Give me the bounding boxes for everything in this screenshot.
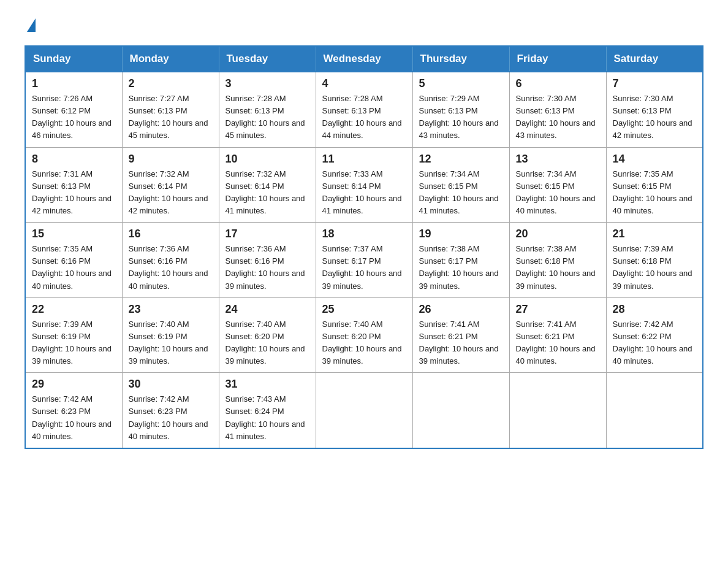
calendar-day-cell: 10 Sunrise: 7:32 AM Sunset: 6:14 PM Dayl…	[219, 147, 316, 223]
calendar-week-row: 29 Sunrise: 7:42 AM Sunset: 6:23 PM Dayl…	[25, 373, 703, 448]
day-info: Sunrise: 7:42 AM Sunset: 6:22 PM Dayligh…	[613, 318, 697, 368]
calendar-day-cell: 13 Sunrise: 7:34 AM Sunset: 6:15 PM Dayl…	[509, 147, 606, 223]
day-number: 26	[419, 303, 503, 316]
day-number: 11	[322, 153, 406, 166]
day-info: Sunrise: 7:36 AM Sunset: 6:16 PM Dayligh…	[226, 243, 309, 293]
calendar-day-cell: 5 Sunrise: 7:29 AM Sunset: 6:13 PM Dayli…	[412, 72, 509, 147]
calendar-day-cell: 19 Sunrise: 7:38 AM Sunset: 6:17 PM Dayl…	[412, 223, 509, 298]
weekday-header-tuesday: Tuesday	[219, 46, 316, 72]
day-number: 13	[516, 153, 600, 166]
day-number: 23	[129, 303, 213, 316]
day-number: 25	[322, 303, 406, 316]
calendar-day-cell: 22 Sunrise: 7:39 AM Sunset: 6:19 PM Dayl…	[25, 297, 122, 373]
calendar-day-cell: 16 Sunrise: 7:36 AM Sunset: 6:16 PM Dayl…	[122, 223, 219, 298]
day-info: Sunrise: 7:27 AM Sunset: 6:13 PM Dayligh…	[129, 93, 213, 142]
calendar-header-row: SundayMondayTuesdayWednesdayThursdayFrid…	[25, 46, 703, 72]
day-number: 27	[516, 303, 600, 316]
day-info: Sunrise: 7:30 AM Sunset: 6:13 PM Dayligh…	[613, 93, 697, 142]
day-number: 3	[226, 77, 309, 90]
calendar-day-cell: 14 Sunrise: 7:35 AM Sunset: 6:15 PM Dayl…	[606, 147, 703, 223]
calendar-day-cell: 30 Sunrise: 7:42 AM Sunset: 6:23 PM Dayl…	[122, 373, 219, 448]
calendar-day-cell: 2 Sunrise: 7:27 AM Sunset: 6:13 PM Dayli…	[122, 72, 219, 147]
day-number: 28	[613, 303, 697, 316]
calendar-day-cell: 9 Sunrise: 7:32 AM Sunset: 6:14 PM Dayli…	[122, 147, 219, 223]
day-number: 10	[226, 153, 309, 166]
weekday-header-saturday: Saturday	[606, 46, 703, 72]
day-info: Sunrise: 7:33 AM Sunset: 6:14 PM Dayligh…	[322, 168, 406, 218]
weekday-header-monday: Monday	[122, 46, 219, 72]
day-number: 18	[322, 228, 406, 240]
day-info: Sunrise: 7:38 AM Sunset: 6:17 PM Dayligh…	[419, 243, 503, 293]
day-number: 8	[32, 153, 116, 166]
day-number: 2	[129, 77, 213, 90]
day-info: Sunrise: 7:28 AM Sunset: 6:13 PM Dayligh…	[226, 93, 309, 142]
day-number: 19	[419, 228, 503, 240]
calendar-day-cell: 12 Sunrise: 7:34 AM Sunset: 6:15 PM Dayl…	[412, 147, 509, 223]
calendar-week-row: 8 Sunrise: 7:31 AM Sunset: 6:13 PM Dayli…	[25, 147, 703, 223]
calendar-table: SundayMondayTuesdayWednesdayThursdayFrid…	[25, 45, 703, 449]
day-info: Sunrise: 7:34 AM Sunset: 6:15 PM Dayligh…	[419, 168, 503, 218]
day-info: Sunrise: 7:31 AM Sunset: 6:13 PM Dayligh…	[32, 168, 116, 218]
day-info: Sunrise: 7:32 AM Sunset: 6:14 PM Dayligh…	[129, 168, 213, 218]
day-info: Sunrise: 7:41 AM Sunset: 6:21 PM Dayligh…	[516, 318, 600, 368]
calendar-day-cell: 11 Sunrise: 7:33 AM Sunset: 6:14 PM Dayl…	[316, 147, 412, 223]
day-number: 7	[613, 77, 697, 90]
calendar-day-cell	[606, 373, 703, 448]
weekday-header-wednesday: Wednesday	[316, 46, 412, 72]
calendar-day-cell: 3 Sunrise: 7:28 AM Sunset: 6:13 PM Dayli…	[219, 72, 316, 147]
calendar-day-cell: 6 Sunrise: 7:30 AM Sunset: 6:13 PM Dayli…	[509, 72, 606, 147]
calendar-day-cell: 20 Sunrise: 7:38 AM Sunset: 6:18 PM Dayl…	[509, 223, 606, 298]
day-info: Sunrise: 7:29 AM Sunset: 6:13 PM Dayligh…	[419, 93, 503, 142]
calendar-day-cell: 17 Sunrise: 7:36 AM Sunset: 6:16 PM Dayl…	[219, 223, 316, 298]
day-number: 16	[129, 228, 213, 240]
calendar-week-row: 1 Sunrise: 7:26 AM Sunset: 6:12 PM Dayli…	[25, 72, 703, 147]
calendar-day-cell: 24 Sunrise: 7:40 AM Sunset: 6:20 PM Dayl…	[219, 297, 316, 373]
day-info: Sunrise: 7:32 AM Sunset: 6:14 PM Dayligh…	[226, 168, 309, 218]
day-number: 1	[32, 77, 116, 90]
day-number: 24	[226, 303, 309, 316]
calendar-week-row: 22 Sunrise: 7:39 AM Sunset: 6:19 PM Dayl…	[25, 297, 703, 373]
day-number: 9	[129, 153, 213, 166]
day-info: Sunrise: 7:42 AM Sunset: 6:23 PM Dayligh…	[32, 393, 116, 443]
calendar-day-cell: 27 Sunrise: 7:41 AM Sunset: 6:21 PM Dayl…	[509, 297, 606, 373]
calendar-day-cell: 23 Sunrise: 7:40 AM Sunset: 6:19 PM Dayl…	[122, 297, 219, 373]
weekday-header-thursday: Thursday	[412, 46, 509, 72]
day-info: Sunrise: 7:37 AM Sunset: 6:17 PM Dayligh…	[322, 243, 406, 293]
day-info: Sunrise: 7:34 AM Sunset: 6:15 PM Dayligh…	[516, 168, 600, 218]
weekday-header-friday: Friday	[509, 46, 606, 72]
day-info: Sunrise: 7:38 AM Sunset: 6:18 PM Dayligh…	[516, 243, 600, 293]
day-number: 20	[516, 228, 600, 240]
day-info: Sunrise: 7:35 AM Sunset: 6:15 PM Dayligh…	[613, 168, 697, 218]
calendar-day-cell: 29 Sunrise: 7:42 AM Sunset: 6:23 PM Dayl…	[25, 373, 122, 448]
calendar-day-cell: 26 Sunrise: 7:41 AM Sunset: 6:21 PM Dayl…	[412, 297, 509, 373]
day-number: 15	[32, 228, 116, 240]
day-info: Sunrise: 7:39 AM Sunset: 6:19 PM Dayligh…	[32, 318, 116, 368]
calendar-day-cell: 21 Sunrise: 7:39 AM Sunset: 6:18 PM Dayl…	[606, 223, 703, 298]
calendar-day-cell: 28 Sunrise: 7:42 AM Sunset: 6:22 PM Dayl…	[606, 297, 703, 373]
day-info: Sunrise: 7:28 AM Sunset: 6:13 PM Dayligh…	[322, 93, 406, 142]
day-info: Sunrise: 7:36 AM Sunset: 6:16 PM Dayligh…	[129, 243, 213, 293]
day-info: Sunrise: 7:40 AM Sunset: 6:20 PM Dayligh…	[322, 318, 406, 368]
calendar-day-cell: 18 Sunrise: 7:37 AM Sunset: 6:17 PM Dayl…	[316, 223, 412, 298]
calendar-week-row: 15 Sunrise: 7:35 AM Sunset: 6:16 PM Dayl…	[25, 223, 703, 298]
day-info: Sunrise: 7:40 AM Sunset: 6:20 PM Dayligh…	[226, 318, 309, 368]
calendar-day-cell: 15 Sunrise: 7:35 AM Sunset: 6:16 PM Dayl…	[25, 223, 122, 298]
calendar-day-cell: 4 Sunrise: 7:28 AM Sunset: 6:13 PM Dayli…	[316, 72, 412, 147]
day-number: 5	[419, 77, 503, 90]
logo-triangle-icon	[27, 18, 36, 32]
logo	[25, 18, 37, 33]
page-header	[25, 18, 703, 33]
calendar-day-cell: 8 Sunrise: 7:31 AM Sunset: 6:13 PM Dayli…	[25, 147, 122, 223]
day-info: Sunrise: 7:42 AM Sunset: 6:23 PM Dayligh…	[129, 393, 213, 443]
day-info: Sunrise: 7:26 AM Sunset: 6:12 PM Dayligh…	[32, 93, 116, 142]
day-info: Sunrise: 7:39 AM Sunset: 6:18 PM Dayligh…	[613, 243, 697, 293]
day-number: 4	[322, 77, 406, 90]
day-number: 14	[613, 153, 697, 166]
day-info: Sunrise: 7:43 AM Sunset: 6:24 PM Dayligh…	[226, 393, 309, 443]
day-number: 31	[226, 378, 309, 391]
day-info: Sunrise: 7:40 AM Sunset: 6:19 PM Dayligh…	[129, 318, 213, 368]
day-number: 21	[613, 228, 697, 240]
day-info: Sunrise: 7:41 AM Sunset: 6:21 PM Dayligh…	[419, 318, 503, 368]
day-number: 30	[129, 378, 213, 391]
calendar-day-cell	[509, 373, 606, 448]
